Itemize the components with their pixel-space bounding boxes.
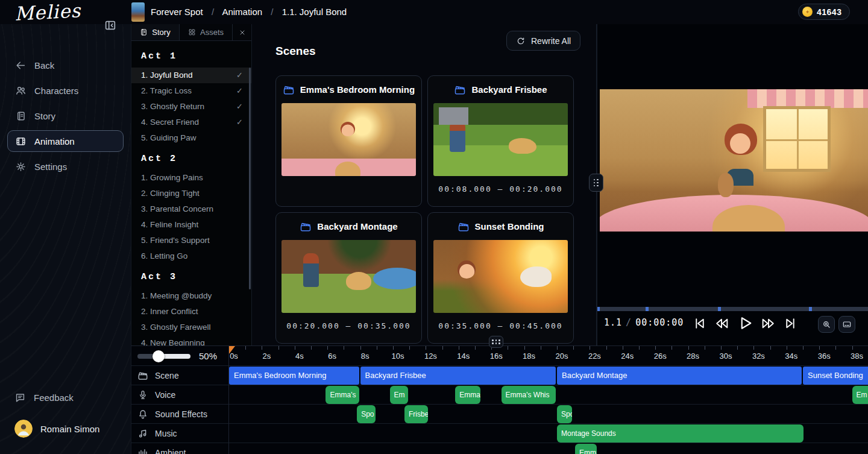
app-window: Melies Forever Spot / Animation / 1.1. J… bbox=[0, 0, 868, 454]
sidebar-item-story[interactable]: Story bbox=[7, 105, 124, 127]
video-preview[interactable] bbox=[600, 89, 868, 232]
scene-card[interactable]: Backyard Montage00:20.000 – 00:35.000 bbox=[275, 212, 422, 344]
divider-drag-handle[interactable] bbox=[589, 174, 603, 192]
zoom-in-button[interactable] bbox=[818, 316, 835, 333]
act-item-label: 1. Growing Pains bbox=[141, 173, 203, 182]
timeline-clip[interactable]: Em bbox=[390, 386, 409, 404]
breadcrumb-section[interactable]: Animation bbox=[222, 7, 262, 17]
play-button[interactable] bbox=[737, 315, 753, 332]
act-item[interactable]: 2. Tragic Loss✓ bbox=[131, 83, 251, 99]
scene-timecode: 00:08.000 – 00:20.000 bbox=[428, 184, 573, 194]
ruler-label: 38s bbox=[851, 352, 863, 361]
microphone-icon bbox=[137, 389, 148, 400]
panel-scrollbar[interactable] bbox=[249, 68, 251, 289]
sidebar-item-settings[interactable]: Settings bbox=[7, 156, 124, 177]
act-item[interactable]: 5. Friend's Support bbox=[131, 233, 251, 248]
preview-pane: 1.1/00:00:00 bbox=[597, 24, 868, 345]
breadcrumb-item[interactable]: 1.1. Joyful Bond bbox=[282, 7, 347, 17]
sidebar-collapse-icon[interactable] bbox=[104, 19, 117, 32]
timeline-clip[interactable]: Spo bbox=[557, 405, 572, 423]
timeline-zoom-slider[interactable] bbox=[137, 354, 190, 359]
timeline-clip[interactable]: Backyard Frisbee bbox=[360, 367, 556, 385]
timeline-zoom-row: 50% bbox=[131, 346, 228, 366]
sidebar-item-characters[interactable]: Characters bbox=[7, 80, 124, 101]
scene-timecode: 00:20.000 – 00:35.000 bbox=[276, 321, 421, 330]
act-item[interactable]: 2. Inner Conflict bbox=[131, 304, 251, 320]
skip-forward-button[interactable] bbox=[783, 316, 798, 331]
rewrite-all-button[interactable]: Rewrite All bbox=[506, 31, 580, 51]
captions-button[interactable] bbox=[838, 316, 855, 333]
rewind-button[interactable] bbox=[714, 316, 729, 331]
track-lane-music: Montage Sounds bbox=[229, 424, 868, 443]
act-item[interactable]: 4. Secret Friend✓ bbox=[131, 115, 251, 130]
tab-assets[interactable]: Assets bbox=[180, 24, 233, 40]
act-item[interactable]: 4. Feline Insight bbox=[131, 217, 251, 233]
act-item-label: 1. Meeting @buddy bbox=[141, 291, 212, 300]
track-header-ambient[interactable]: Ambient bbox=[131, 443, 228, 454]
act-item[interactable]: 1. Growing Pains bbox=[131, 170, 251, 186]
act-item-label: 2. Clinging Tight bbox=[141, 189, 200, 198]
timeline-clip[interactable]: Emma's Bedroom Morning bbox=[229, 367, 359, 385]
playhead-marker[interactable] bbox=[229, 346, 235, 354]
timeline-clip[interactable]: Frisbe bbox=[404, 405, 428, 423]
credits-badge[interactable]: ✦ 41643 bbox=[798, 4, 850, 20]
act-item[interactable]: 5. Guiding Paw bbox=[131, 130, 251, 146]
tab-story[interactable]: Story bbox=[131, 24, 180, 40]
grid-icon bbox=[188, 28, 196, 36]
project-thumbnail[interactable] bbox=[131, 2, 145, 22]
timeline-clip[interactable]: Spo bbox=[357, 405, 376, 423]
act-item-label: 5. Guiding Paw bbox=[141, 133, 197, 142]
fast-forward-button[interactable] bbox=[761, 316, 776, 331]
ruler-label: 6s bbox=[328, 352, 336, 361]
skip-back-button[interactable] bbox=[692, 316, 707, 331]
timeline-clip[interactable]: Emma's Whis bbox=[502, 386, 556, 404]
act-item[interactable]: 3. Ghostly Return✓ bbox=[131, 99, 251, 115]
act-item[interactable]: 6. Letting Go bbox=[131, 248, 251, 264]
ruler-label: 30s bbox=[720, 352, 732, 361]
topbar bbox=[0, 0, 868, 24]
timeline-clip[interactable]: Sunset Bonding bbox=[803, 367, 868, 385]
check-icon: ✓ bbox=[236, 115, 243, 130]
timeline-clip[interactable]: Backyard Montage bbox=[557, 367, 802, 385]
timeline-clip[interactable]: Montage Sounds bbox=[557, 424, 804, 443]
act-item[interactable]: 3. Ghostly Farewell bbox=[131, 320, 251, 335]
sidebar-item-back[interactable]: Back bbox=[7, 54, 124, 76]
act-item[interactable]: 2. Clinging Tight bbox=[131, 186, 251, 201]
act-item[interactable]: 3. Parental Concern bbox=[131, 201, 251, 217]
act-title: Act 1 bbox=[131, 43, 251, 68]
breadcrumb-separator: / bbox=[212, 7, 214, 17]
close-panel-button[interactable] bbox=[233, 24, 251, 40]
act-item-label: 4. Feline Insight bbox=[141, 220, 198, 229]
act-item[interactable]: 1. Meeting @buddy bbox=[131, 288, 251, 304]
track-lane-voice: Emma'sEmEmmaEmma's WhisEm bbox=[229, 385, 868, 405]
sidebar-item-animation[interactable]: Animation bbox=[7, 130, 124, 152]
arrow-left-icon bbox=[15, 60, 27, 71]
panel-resize-handle[interactable] bbox=[489, 336, 503, 348]
act-item[interactable]: 4. New Beginning bbox=[131, 335, 251, 345]
track-header-sound-effects[interactable]: Sound Effects bbox=[131, 405, 228, 424]
timeline-minimap[interactable] bbox=[597, 307, 868, 311]
scene-card[interactable]: Sunset Bonding00:35.000 – 00:45.000 bbox=[427, 212, 574, 344]
feedback-button[interactable]: Feedback bbox=[14, 392, 74, 403]
act-item[interactable]: 1. Joyful Bond✓ bbox=[131, 68, 251, 83]
ruler-label: 32s bbox=[752, 352, 765, 361]
ruler-label: 16s bbox=[490, 352, 503, 361]
user-menu[interactable]: Romain Simon bbox=[14, 420, 99, 438]
track-header-voice[interactable]: Voice bbox=[131, 385, 228, 405]
breadcrumb-project[interactable]: Forever Spot bbox=[151, 7, 203, 17]
timeline-clip[interactable]: Em bbox=[852, 386, 868, 404]
scene-card[interactable]: Backyard Frisbee00:08.000 – 00:20.000 bbox=[427, 75, 574, 207]
user-name: Romain Simon bbox=[40, 424, 99, 434]
act-item-label: 4. New Beginning bbox=[141, 338, 205, 345]
timeline-ruler[interactable]: 0s2s4s6s8s10s12s14s16s18s20s22s24s26s28s… bbox=[229, 346, 868, 366]
timeline-clip[interactable]: Emma bbox=[455, 386, 480, 404]
act-item-label: 2. Inner Conflict bbox=[141, 307, 198, 316]
timeline-clip[interactable]: Emma bbox=[575, 444, 597, 454]
slider-handle[interactable] bbox=[153, 350, 165, 362]
track-header-music[interactable]: Music bbox=[131, 424, 228, 443]
ruler-label: 4s bbox=[295, 352, 304, 361]
gear-icon bbox=[15, 161, 27, 172]
scene-card[interactable]: Emma's Bedroom Morning bbox=[275, 75, 422, 207]
timeline-clip[interactable]: Emma's bbox=[326, 386, 359, 404]
track-header-scene[interactable]: Scene bbox=[131, 366, 228, 385]
